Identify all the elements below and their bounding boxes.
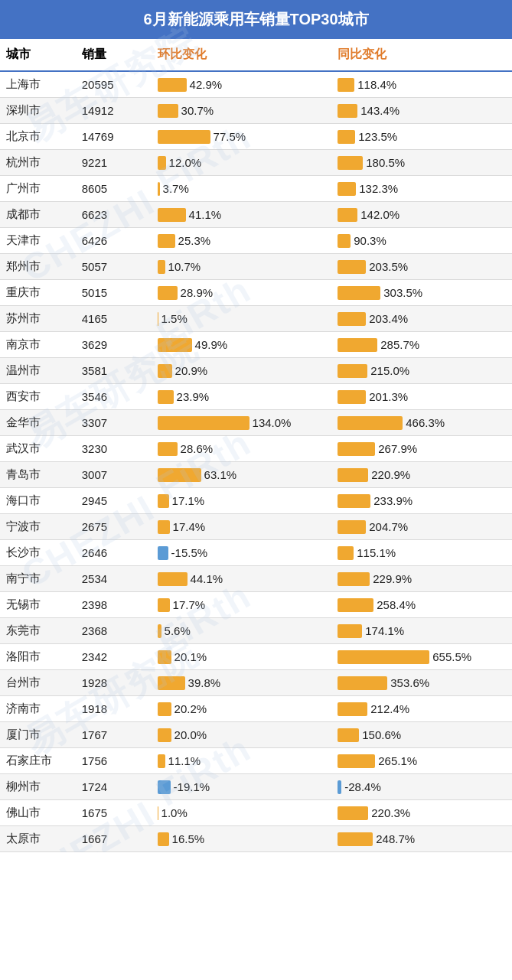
sales-cell: 3230 <box>76 436 152 462</box>
table-row: 无锡市239817.7%258.4% <box>0 592 512 618</box>
city-cell: 海口市 <box>0 488 76 514</box>
city-cell: 太原市 <box>0 826 76 852</box>
sales-table: 城市 销量 环比变化 同比变化 上海市2059542.9%118.4%深圳市14… <box>0 39 512 852</box>
mom-cell: 28.6% <box>152 436 332 462</box>
yoy-cell: 353.6% <box>331 670 512 696</box>
mom-cell: 20.0% <box>152 722 332 748</box>
city-cell: 上海市 <box>0 71 76 98</box>
yoy-cell: 90.3% <box>331 228 512 254</box>
table-row: 厦门市176720.0%150.6% <box>0 722 512 748</box>
sales-cell: 6623 <box>76 202 152 228</box>
yoy-cell: 267.9% <box>331 436 512 462</box>
yoy-cell: 203.4% <box>331 306 512 332</box>
sales-cell: 2368 <box>76 618 152 644</box>
page-title: 6月新能源乘用车销量TOP30城市 <box>0 0 512 39</box>
header-yoy: 同比变化 <box>331 39 512 71</box>
yoy-cell: 285.7% <box>331 332 512 358</box>
sales-cell: 1918 <box>76 696 152 722</box>
yoy-cell: 142.0% <box>331 202 512 228</box>
mom-cell: 42.9% <box>152 71 332 98</box>
city-cell: 金华市 <box>0 410 76 436</box>
sales-cell: 8605 <box>76 176 152 202</box>
sales-cell: 5057 <box>76 254 152 280</box>
yoy-cell: 203.5% <box>331 254 512 280</box>
sales-cell: 1928 <box>76 670 152 696</box>
mom-cell: 20.9% <box>152 358 332 384</box>
yoy-cell: 118.4% <box>331 71 512 98</box>
yoy-cell: 220.3% <box>331 800 512 826</box>
city-cell: 成都市 <box>0 202 76 228</box>
sales-cell: 2675 <box>76 514 152 540</box>
sales-cell: 14912 <box>76 98 152 124</box>
yoy-cell: 229.9% <box>331 566 512 592</box>
mom-cell: 49.9% <box>152 332 332 358</box>
city-cell: 无锡市 <box>0 592 76 618</box>
yoy-cell: 220.9% <box>331 462 512 488</box>
sales-cell: 4165 <box>76 306 152 332</box>
table-row: 宁波市267517.4%204.7% <box>0 514 512 540</box>
sales-cell: 2398 <box>76 592 152 618</box>
table-row: 长沙市2646-15.5%115.1% <box>0 540 512 566</box>
table-row: 柳州市1724-19.1%-28.4% <box>0 774 512 800</box>
table-row: 青岛市300763.1%220.9% <box>0 462 512 488</box>
table-row: 石家庄市175611.1%265.1% <box>0 748 512 774</box>
table-row: 洛阳市234220.1%655.5% <box>0 644 512 670</box>
city-cell: 柳州市 <box>0 774 76 800</box>
yoy-cell: 248.7% <box>331 826 512 852</box>
city-cell: 青岛市 <box>0 462 76 488</box>
sales-cell: 1667 <box>76 826 152 852</box>
sales-cell: 3307 <box>76 410 152 436</box>
yoy-cell: 655.5% <box>331 644 512 670</box>
city-cell: 厦门市 <box>0 722 76 748</box>
sales-cell: 2342 <box>76 644 152 670</box>
sales-cell: 2534 <box>76 566 152 592</box>
mom-cell: 12.0% <box>152 150 332 176</box>
city-cell: 宁波市 <box>0 514 76 540</box>
table-row: 北京市1476977.5%123.5% <box>0 124 512 150</box>
city-cell: 深圳市 <box>0 98 76 124</box>
mom-cell: 20.1% <box>152 644 332 670</box>
table-row: 武汉市323028.6%267.9% <box>0 436 512 462</box>
table-row: 天津市642625.3%90.3% <box>0 228 512 254</box>
sales-cell: 1675 <box>76 800 152 826</box>
city-cell: 温州市 <box>0 358 76 384</box>
city-cell: 武汉市 <box>0 436 76 462</box>
sales-cell: 1767 <box>76 722 152 748</box>
mom-cell: 17.7% <box>152 592 332 618</box>
table-row: 重庆市501528.9%303.5% <box>0 280 512 306</box>
sales-cell: 3007 <box>76 462 152 488</box>
yoy-cell: 215.0% <box>331 358 512 384</box>
sales-cell: 9221 <box>76 150 152 176</box>
city-cell: 南京市 <box>0 332 76 358</box>
city-cell: 东莞市 <box>0 618 76 644</box>
table-row: 海口市294517.1%233.9% <box>0 488 512 514</box>
table-row: 上海市2059542.9%118.4% <box>0 71 512 98</box>
table-row: 东莞市23685.6%174.1% <box>0 618 512 644</box>
city-cell: 杭州市 <box>0 150 76 176</box>
city-cell: 苏州市 <box>0 306 76 332</box>
yoy-cell: 115.1% <box>331 540 512 566</box>
city-cell: 郑州市 <box>0 254 76 280</box>
sales-cell: 1756 <box>76 748 152 774</box>
table-row: 温州市358120.9%215.0% <box>0 358 512 384</box>
mom-cell: 28.9% <box>152 280 332 306</box>
mom-cell: 5.6% <box>152 618 332 644</box>
table-row: 南京市362949.9%285.7% <box>0 332 512 358</box>
header-city: 城市 <box>0 39 76 71</box>
mom-cell: 1.0% <box>152 800 332 826</box>
yoy-cell: 201.3% <box>331 384 512 410</box>
table-header-row: 城市 销量 环比变化 同比变化 <box>0 39 512 71</box>
header-mom: 环比变化 <box>152 39 332 71</box>
city-cell: 济南市 <box>0 696 76 722</box>
table-row: 成都市662341.1%142.0% <box>0 202 512 228</box>
sales-cell: 14769 <box>76 124 152 150</box>
yoy-cell: 174.1% <box>331 618 512 644</box>
sales-cell: 6426 <box>76 228 152 254</box>
table-row: 广州市86053.7%132.3% <box>0 176 512 202</box>
sales-cell: 2945 <box>76 488 152 514</box>
city-cell: 长沙市 <box>0 540 76 566</box>
mom-cell: 23.9% <box>152 384 332 410</box>
mom-cell: 44.1% <box>152 566 332 592</box>
city-cell: 石家庄市 <box>0 748 76 774</box>
table-row: 太原市166716.5%248.7% <box>0 826 512 852</box>
